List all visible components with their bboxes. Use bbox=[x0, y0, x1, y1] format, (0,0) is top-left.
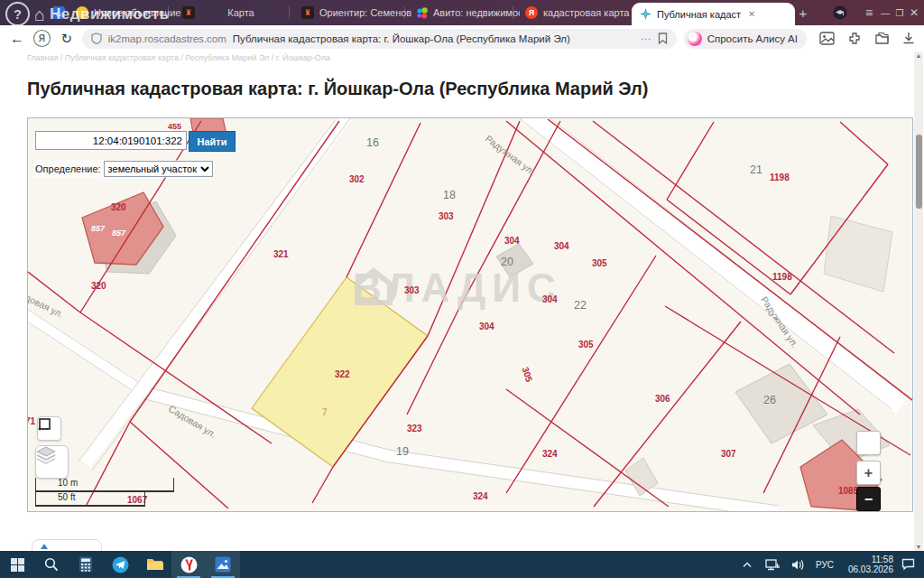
cadastral-number-input[interactable] bbox=[35, 131, 187, 150]
search-find-button[interactable]: Найти bbox=[189, 131, 236, 152]
tab-label: Карта bbox=[227, 7, 254, 18]
page-content: Главная / Публичная кадастровая карта / … bbox=[0, 51, 924, 551]
scrollbar-thumb[interactable] bbox=[916, 135, 922, 209]
calculator-icon[interactable] bbox=[69, 551, 103, 578]
zoom-in-button[interactable]: + bbox=[856, 461, 881, 485]
house-watermark-icon: ⌂ bbox=[34, 5, 45, 23]
language-indicator[interactable]: РУС bbox=[812, 560, 837, 570]
tab-cadastre-search[interactable]: Я кадастровая карта й bbox=[520, 0, 633, 25]
yandex-favicon-icon: Я bbox=[525, 6, 538, 19]
scroll-down-icon[interactable]: ▼ bbox=[914, 544, 923, 550]
parcel-label: 20 bbox=[501, 256, 513, 268]
definition-row: Определение: земельный участок bbox=[33, 160, 215, 178]
zoom-out-button[interactable]: − bbox=[856, 487, 881, 511]
back-icon[interactable]: ← bbox=[5, 31, 29, 47]
tab-label: Авито: недвижимос bbox=[433, 7, 520, 18]
cadastral-label: 321 bbox=[273, 249, 289, 259]
rosreestr-favicon-icon bbox=[639, 8, 651, 21]
taskbar-search-icon[interactable] bbox=[34, 551, 69, 578]
clock-date: 06.03.2026 bbox=[848, 564, 893, 574]
refresh-icon[interactable]: ↻ bbox=[55, 31, 79, 47]
cadastral-label: 1198 bbox=[770, 172, 790, 182]
definition-label: Определение: bbox=[35, 163, 101, 174]
cadastral-label: 305 bbox=[578, 340, 594, 350]
tab-orientir[interactable]: ♜ Ориентир: Семенов bbox=[296, 0, 411, 25]
cadastral-label: 71 bbox=[27, 416, 35, 426]
volume-icon[interactable] bbox=[787, 551, 808, 578]
yandex-browser-icon[interactable] bbox=[171, 551, 206, 578]
cadastral-label: 306 bbox=[655, 394, 670, 404]
desktop-screen: ? ⌂ Недвижимость ⌂ Новое объявление ♜ Ка… bbox=[0, 0, 924, 578]
cadastral-label: 7 bbox=[322, 407, 328, 417]
pinned-tab-home[interactable]: ⌂ bbox=[52, 0, 76, 25]
cadastral-map[interactable]: ВЛАДИС Радужная ул. Радужная ул. Садовая… bbox=[27, 117, 913, 512]
cadastral-label: 305 bbox=[592, 258, 607, 268]
parcel-label: 22 bbox=[574, 299, 587, 312]
definition-select[interactable]: земельный участок bbox=[104, 161, 213, 177]
cadastral-label: 304 bbox=[504, 236, 520, 246]
ask-alice-button[interactable]: Спросить Алису AI bbox=[684, 29, 807, 49]
tab-divider bbox=[513, 6, 513, 19]
tab-favicon-icon bbox=[76, 6, 88, 19]
new-tab-button[interactable]: + bbox=[792, 0, 814, 25]
parcel-label: 16 bbox=[366, 136, 379, 149]
tab-label: Публичная кадаст bbox=[657, 9, 741, 20]
url-page-title: Публичная кадастровая карта: г. Йошкар-О… bbox=[233, 33, 634, 44]
cadastral-label: 304 bbox=[479, 322, 494, 331]
cadastral-label: 1085 bbox=[838, 486, 858, 496]
parcel-label: 18 bbox=[443, 189, 456, 201]
cadastral-label: 303 bbox=[439, 211, 454, 221]
cadastral-label: 304 bbox=[542, 294, 558, 304]
telegram-icon[interactable] bbox=[103, 551, 137, 578]
tab-active-cadastral-map[interactable]: Публичная кадаст ✕ bbox=[632, 3, 795, 25]
cadastral-label: 323 bbox=[407, 424, 422, 434]
close-button[interactable]: ✕ bbox=[902, 0, 924, 25]
layers-button[interactable] bbox=[35, 445, 69, 479]
scroll-up-icon[interactable]: ▲ bbox=[914, 52, 923, 59]
map-extent-button[interactable] bbox=[856, 431, 881, 455]
cadastral-label: 307 bbox=[721, 449, 736, 459]
network-icon[interactable] bbox=[762, 551, 783, 578]
system-tray: РУС 11:58 06.03.2026 bbox=[736, 551, 924, 578]
collections-icon[interactable] bbox=[874, 32, 890, 45]
cadastral-label: 324 bbox=[473, 491, 488, 501]
scale-bar: 10 m 50 ft bbox=[35, 478, 174, 507]
clock-time: 11:58 bbox=[872, 555, 893, 564]
start-button[interactable] bbox=[0, 551, 34, 578]
taskbar-clock[interactable]: 11:58 06.03.2026 bbox=[841, 555, 893, 574]
tab-label: Ориентир: Семенов bbox=[319, 7, 411, 18]
parcel-label: 21 bbox=[750, 163, 762, 176]
cadastral-label: 304 bbox=[554, 241, 569, 251]
cadastral-label: 302 bbox=[349, 174, 365, 184]
tab-map[interactable]: ♜ Карта bbox=[177, 0, 282, 25]
building-topright bbox=[824, 216, 892, 292]
extensions-icon[interactable] bbox=[847, 32, 862, 46]
page-title: Публичная кадастровая карта: г. Йошкар-О… bbox=[27, 79, 648, 99]
cadastral-label: 320 bbox=[91, 281, 106, 291]
shield-icon bbox=[91, 33, 102, 44]
downloads-icon[interactable] bbox=[902, 32, 915, 45]
url-field[interactable]: ik2map.roscadastres.com Публичная кадаст… bbox=[82, 29, 677, 49]
page-scrollbar[interactable]: ▲ ▼ bbox=[914, 51, 923, 551]
alice-label: Спросить Алису AI bbox=[707, 33, 798, 44]
yandex-button-icon[interactable]: Я bbox=[33, 30, 51, 47]
breadcrumb[interactable]: Главная / Публичная кадастровая карта / … bbox=[27, 53, 857, 63]
windows-taskbar: РУС 11:58 06.03.2026 bbox=[0, 551, 924, 578]
tab-favicon-icon: ♜ bbox=[182, 6, 195, 19]
profile-icon[interactable] bbox=[828, 0, 852, 25]
more-icon[interactable]: ⋯ bbox=[641, 33, 651, 45]
cadastral-label: 322 bbox=[335, 369, 350, 379]
action-center-icon[interactable] bbox=[897, 551, 919, 578]
tab-close-icon[interactable]: ✕ bbox=[748, 9, 755, 19]
address-bar: ← Я ↻ ik2map.roscadastres.com Публичная … bbox=[0, 25, 924, 52]
measure-tool-button[interactable] bbox=[37, 416, 61, 441]
photos-app-icon[interactable] bbox=[206, 551, 240, 578]
tray-chevron-icon[interactable] bbox=[736, 551, 758, 578]
question-watermark-icon: ? bbox=[5, 2, 30, 26]
browser-tab-bar: ? ⌂ Недвижимость ⌂ Новое объявление ♜ Ка… bbox=[0, 0, 924, 25]
bookmark-icon[interactable] bbox=[658, 33, 668, 44]
parcel-label: 19 bbox=[396, 445, 409, 458]
image-search-icon[interactable] bbox=[819, 32, 835, 45]
file-explorer-icon[interactable] bbox=[137, 551, 171, 578]
tab-avito[interactable]: Авито: недвижимос bbox=[410, 0, 520, 25]
